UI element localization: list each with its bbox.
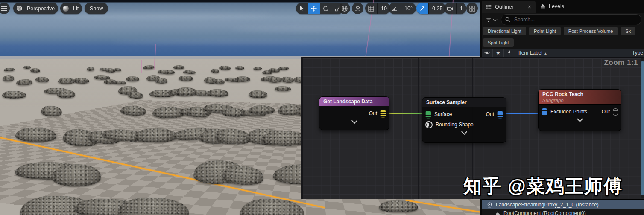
tab-levels-label: Levels — [549, 3, 564, 9]
pin-label-out: Out — [486, 111, 494, 117]
item-label-column-button[interactable]: Item Label ▲ — [518, 50, 547, 56]
rock-pile — [126, 76, 139, 82]
rock-pile — [268, 76, 282, 83]
world-space-toggle[interactable] — [339, 3, 350, 14]
lit-mode-button[interactable]: Lit — [60, 3, 82, 14]
viewport-menu-button[interactable] — [0, 3, 10, 14]
node-header[interactable]: Get Landscape Data — [319, 97, 389, 106]
rotate-tool-button[interactable] — [320, 3, 332, 14]
node-surface-sampler[interactable]: Surface Sampler Surface Out Bounding Sha… — [422, 97, 506, 143]
search-box[interactable] — [501, 14, 641, 25]
node-title: PCG Rock Teach — [542, 91, 617, 97]
node-title: Surface Sampler — [426, 99, 502, 105]
angle-snap-icon — [389, 3, 401, 14]
actor-instance-icon — [486, 202, 493, 208]
details-component-panel: LandscapeStreamingProxy_2_1_0 (Instance)… — [482, 199, 644, 215]
lit-sphere-icon — [60, 3, 71, 14]
scale-snap-icon — [416, 3, 428, 14]
component-row-root[interactable]: RootComponent (RootComponent0) — [482, 209, 644, 215]
scale-snap-value[interactable]: 0.25 — [428, 3, 446, 14]
search-input[interactable] — [513, 16, 634, 23]
collapse-chevron-icon[interactable] — [351, 118, 357, 124]
node-header[interactable]: PCG Rock Teach Subgraph — [539, 90, 621, 105]
rock-pile — [211, 68, 220, 73]
move-tool-button[interactable] — [308, 3, 320, 14]
grid-snap-control[interactable]: 10 — [365, 3, 390, 14]
hamburger-icon — [1, 6, 7, 11]
rock-pile — [57, 90, 75, 99]
chip-sky-truncated[interactable]: Sk — [621, 27, 635, 35]
pin-label-out: Out — [602, 109, 610, 115]
outliner-tabbar: Outliner × Levels — [482, 0, 644, 13]
lit-label: Lit — [71, 6, 82, 12]
collapse-chevron-icon[interactable] — [577, 116, 583, 122]
tab-outliner[interactable]: Outliner × — [482, 1, 536, 13]
graph-scrollbar-track[interactable] — [641, 58, 644, 198]
rock-pile — [249, 90, 267, 99]
graph-scrollbar-thumb[interactable] — [641, 61, 644, 195]
node-get-landscape-data[interactable]: Get Landscape Data Out — [319, 96, 389, 130]
root-component-icon — [495, 210, 501, 215]
camera-speed-value[interactable]: 1 — [456, 3, 466, 14]
rock-pile — [379, 200, 418, 212]
rock-pile — [275, 86, 291, 91]
node-title: Get Landscape Data — [323, 99, 385, 105]
tab-levels[interactable]: Levels — [536, 0, 568, 13]
cursor-icon — [299, 5, 305, 12]
rock-pile — [76, 78, 88, 84]
input-pin-bounding-shape[interactable] — [425, 121, 433, 128]
output-pin[interactable] — [613, 108, 618, 116]
rock-pile — [179, 76, 193, 81]
chip-directional-light[interactable]: Directional Light — [483, 27, 526, 35]
collapse-chevron-icon[interactable] — [461, 129, 467, 135]
rock-pile — [208, 89, 228, 97]
watermark-text: 知乎 @菜鸡王师傅 — [463, 174, 623, 199]
pin-column-button[interactable] — [504, 49, 515, 57]
visibility-column-button[interactable] — [482, 49, 493, 57]
move-icon — [310, 5, 317, 12]
scale-snap-control[interactable]: 0.25 — [416, 3, 446, 14]
input-pin-excluded-points[interactable] — [542, 108, 547, 116]
pin-label-bounding-shape: Bounding Shape — [436, 122, 474, 128]
rock-pile — [249, 105, 275, 114]
unreal-editor-window: Perspective Lit Show 10 10° — [0, 0, 644, 215]
chip-point-light[interactable]: Point Light — [529, 27, 561, 35]
pin-icon — [506, 50, 512, 55]
rock-pile — [165, 70, 175, 74]
node-header[interactable]: Surface Sampler — [422, 98, 506, 107]
filter-chips: Directional Light Point Light Post Proce… — [482, 27, 644, 50]
rotation-snap-value[interactable]: 10° — [401, 3, 416, 14]
filter-dropdown-chevron-icon[interactable] — [493, 17, 498, 21]
camera-speed-control[interactable]: 1 — [444, 3, 466, 14]
node-subtitle: Subgraph — [542, 98, 617, 103]
component-row-label: LandscapeStreamingProxy_2_1_0 (Instance) — [496, 202, 599, 208]
output-pin[interactable] — [380, 110, 386, 118]
rock-pile — [23, 66, 31, 69]
pin-label-excluded-points: Excluded Points — [550, 109, 587, 115]
type-column-button[interactable]: Type — [632, 50, 643, 56]
component-row-actor[interactable]: LandscapeStreamingProxy_2_1_0 (Instance) — [482, 200, 644, 209]
close-icon[interactable]: × — [528, 3, 531, 10]
chip-post-process-volume[interactable]: Post Process Volume — [564, 27, 618, 35]
perspective-mode-button[interactable]: Perspective — [13, 3, 58, 14]
filter-icon[interactable] — [486, 17, 492, 23]
chip-spot-light[interactable]: Spot Light — [483, 38, 514, 47]
rock-pile — [30, 68, 40, 73]
input-pin-surface[interactable] — [425, 110, 431, 119]
rock-pile — [2, 91, 26, 99]
select-tool-button[interactable] — [296, 3, 308, 14]
rock-pile — [219, 66, 231, 70]
eye-icon — [484, 50, 490, 55]
output-pin[interactable] — [497, 110, 503, 119]
outliner-list-icon — [486, 4, 492, 10]
favorite-column-button[interactable]: ★ — [493, 49, 504, 57]
rock-pile — [134, 128, 178, 143]
rock-pile — [235, 66, 244, 70]
rock-pile — [235, 76, 250, 82]
node-pcg-rock-teach[interactable]: PCG Rock Teach Subgraph Excluded Points … — [538, 89, 621, 131]
viewport-layout-button[interactable] — [466, 3, 478, 14]
rotation-snap-control[interactable]: 10° — [389, 3, 416, 14]
show-menu-button[interactable]: Show — [85, 3, 108, 14]
surface-snapping-toggle[interactable] — [352, 3, 363, 14]
pin-label-surface: Surface — [434, 111, 452, 117]
